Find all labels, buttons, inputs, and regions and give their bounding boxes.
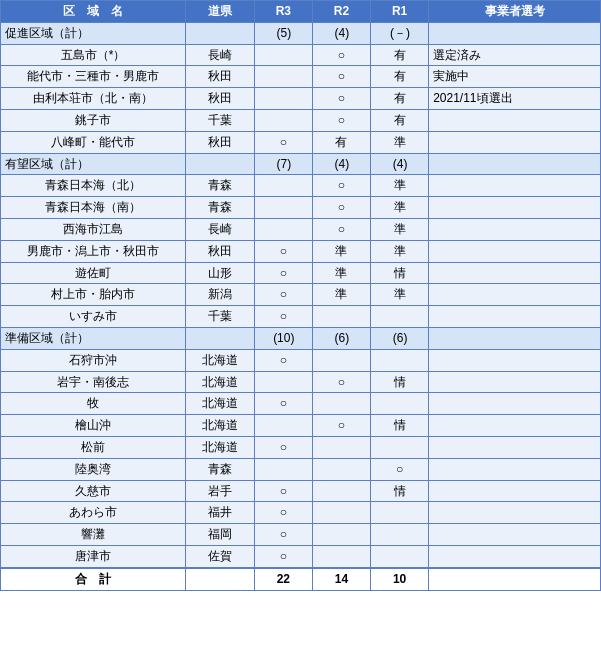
r3-val: ○ (254, 306, 312, 328)
section-r3: (10) (254, 327, 312, 349)
r2-val (312, 502, 370, 524)
r3-val: ○ (254, 393, 312, 415)
r2-val (312, 393, 370, 415)
area-name: 銚子市 (1, 109, 186, 131)
table-row: 村上市・胎内市 新潟 ○ 準 準 (1, 284, 601, 306)
table-row: 銚子市 千葉 ○ 有 (1, 109, 601, 131)
note-val (429, 524, 601, 546)
note-val (429, 175, 601, 197)
r1-val: 情 (371, 480, 429, 502)
r2-val (312, 436, 370, 458)
r1-val (371, 306, 429, 328)
section-r2: (6) (312, 327, 370, 349)
area-name: 村上市・胎内市 (1, 284, 186, 306)
table-row: 石狩市沖 北海道 ○ (1, 349, 601, 371)
pref-name: 長崎 (186, 218, 255, 240)
pref-name: 長崎 (186, 44, 255, 66)
area-name: 松前 (1, 436, 186, 458)
note-val (429, 480, 601, 502)
table-row: あわら市 福井 ○ (1, 502, 601, 524)
r1-val: 有 (371, 88, 429, 110)
r2-val: ○ (312, 66, 370, 88)
pref-name: 北海道 (186, 436, 255, 458)
note-val (429, 393, 601, 415)
table-row: 牧 北海道 ○ (1, 393, 601, 415)
r3-val: ○ (254, 524, 312, 546)
note-val (429, 306, 601, 328)
r3-val: ○ (254, 240, 312, 262)
pref-name: 北海道 (186, 371, 255, 393)
r1-val: 情 (371, 371, 429, 393)
table-row: いすみ市 千葉 ○ (1, 306, 601, 328)
header-area: 区 域 名 (1, 1, 186, 23)
section-header-row: 有望区域（計） (7) (4) (4) (1, 153, 601, 175)
section-r1: (6) (371, 327, 429, 349)
r2-val (312, 524, 370, 546)
r2-val (312, 349, 370, 371)
area-name: 響灘 (1, 524, 186, 546)
r1-val: 準 (371, 131, 429, 153)
note-val (429, 545, 601, 567)
section-label: 促進区域（計） (1, 22, 186, 44)
header-r1: R1 (371, 1, 429, 23)
pref-name: 佐賀 (186, 545, 255, 567)
r3-val (254, 458, 312, 480)
pref-name: 北海道 (186, 393, 255, 415)
section-pref (186, 327, 255, 349)
pref-name: 千葉 (186, 109, 255, 131)
r1-val: 情 (371, 415, 429, 437)
pref-name: 岩手 (186, 480, 255, 502)
table-row: 唐津市 佐賀 ○ (1, 545, 601, 567)
area-name: 石狩市沖 (1, 349, 186, 371)
pref-name: 青森 (186, 197, 255, 219)
r2-val: 準 (312, 284, 370, 306)
r1-val: 準 (371, 175, 429, 197)
r3-val (254, 175, 312, 197)
area-name: いすみ市 (1, 306, 186, 328)
pref-name: 福岡 (186, 524, 255, 546)
r2-val: 準 (312, 240, 370, 262)
r1-val (371, 524, 429, 546)
section-r2: (4) (312, 153, 370, 175)
total-label: 合 計 (1, 568, 186, 590)
table-row: 五島市（*） 長崎 ○ 有 選定済み (1, 44, 601, 66)
area-name: 青森日本海（南） (1, 197, 186, 219)
r2-val: ○ (312, 88, 370, 110)
r2-val: ○ (312, 218, 370, 240)
pref-name: 千葉 (186, 306, 255, 328)
pref-name: 北海道 (186, 349, 255, 371)
r3-val: ○ (254, 131, 312, 153)
pref-name: 新潟 (186, 284, 255, 306)
total-r2: 14 (312, 568, 370, 590)
table-row: 檜山沖 北海道 ○ 情 (1, 415, 601, 437)
table-row: 久慈市 岩手 ○ 情 (1, 480, 601, 502)
section-note (429, 22, 601, 44)
table-row: 青森日本海（南） 青森 ○ 準 (1, 197, 601, 219)
pref-name: 青森 (186, 458, 255, 480)
area-name: 由利本荘市（北・南） (1, 88, 186, 110)
r3-val (254, 197, 312, 219)
r2-val (312, 545, 370, 567)
note-val: 選定済み (429, 44, 601, 66)
r3-val: ○ (254, 262, 312, 284)
section-r3: (5) (254, 22, 312, 44)
section-note (429, 153, 601, 175)
note-val (429, 349, 601, 371)
header-r2: R2 (312, 1, 370, 23)
table-row: 響灘 福岡 ○ (1, 524, 601, 546)
total-row: 合 計 22 14 10 (1, 568, 601, 590)
section-r1: (4) (371, 153, 429, 175)
note-val (429, 284, 601, 306)
pref-name: 秋田 (186, 131, 255, 153)
r3-val: ○ (254, 436, 312, 458)
note-val (429, 218, 601, 240)
r3-val (254, 371, 312, 393)
area-name: 能代市・三種市・男鹿市 (1, 66, 186, 88)
r1-val (371, 545, 429, 567)
r1-val: 有 (371, 109, 429, 131)
pref-name: 秋田 (186, 240, 255, 262)
note-val (429, 458, 601, 480)
table-row: 青森日本海（北） 青森 ○ 準 (1, 175, 601, 197)
table-header: 区 域 名 道県 R3 R2 R1 事業者選考 (1, 1, 601, 23)
area-name: 八峰町・能代市 (1, 131, 186, 153)
